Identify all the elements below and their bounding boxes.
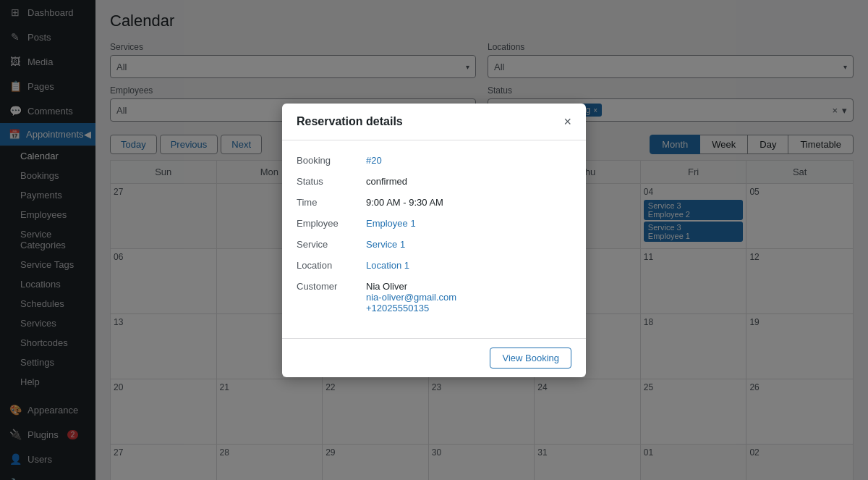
location-value: Location 1 xyxy=(366,260,409,271)
employee-link[interactable]: Employee 1 xyxy=(366,218,416,229)
view-booking-button[interactable]: View Booking xyxy=(490,348,571,369)
customer-value: Nia Oliver nia-oliver@gmail.com +1202555… xyxy=(366,281,456,313)
customer-phone[interactable]: +12025550135 xyxy=(366,303,456,313)
customer-name: Nia Oliver xyxy=(366,281,456,292)
service-value: Service 1 xyxy=(366,239,405,250)
booking-link[interactable]: #20 xyxy=(366,155,382,166)
detail-row-booking: Booking #20 xyxy=(297,155,571,166)
location-link[interactable]: Location 1 xyxy=(366,260,409,271)
modal-footer: View Booking xyxy=(282,338,586,377)
service-label: Service xyxy=(297,239,354,250)
modal-title: Reservation details xyxy=(297,115,403,128)
status-value: confirmed xyxy=(366,176,407,187)
modal-body: Booking #20 Status confirmed Time 9:00 A… xyxy=(282,140,586,338)
employee-label: Employee xyxy=(297,218,354,229)
detail-row-service: Service Service 1 xyxy=(297,239,571,250)
detail-row-time: Time 9:00 AM - 9:30 AM xyxy=(297,197,571,208)
booking-value: #20 xyxy=(366,155,382,166)
time-value: 9:00 AM - 9:30 AM xyxy=(366,197,443,208)
modal-header: Reservation details × xyxy=(282,104,586,140)
detail-row-location: Location Location 1 xyxy=(297,260,571,271)
employee-value: Employee 1 xyxy=(366,218,416,229)
customer-info: Nia Oliver nia-oliver@gmail.com +1202555… xyxy=(366,281,456,313)
reservation-modal: Reservation details × Booking #20 Status… xyxy=(282,104,586,377)
modal-overlay[interactable]: Reservation details × Booking #20 Status… xyxy=(0,0,868,480)
detail-row-status: Status confirmed xyxy=(297,176,571,187)
customer-label: Customer xyxy=(297,281,354,292)
time-label: Time xyxy=(297,197,354,208)
detail-row-employee: Employee Employee 1 xyxy=(297,218,571,229)
location-label: Location xyxy=(297,260,354,271)
modal-close-button[interactable]: × xyxy=(563,115,571,128)
service-link[interactable]: Service 1 xyxy=(366,239,405,250)
status-label: Status xyxy=(297,176,354,187)
detail-row-customer: Customer Nia Oliver nia-oliver@gmail.com… xyxy=(297,281,571,313)
booking-label: Booking xyxy=(297,155,354,166)
customer-email[interactable]: nia-oliver@gmail.com xyxy=(366,292,456,303)
